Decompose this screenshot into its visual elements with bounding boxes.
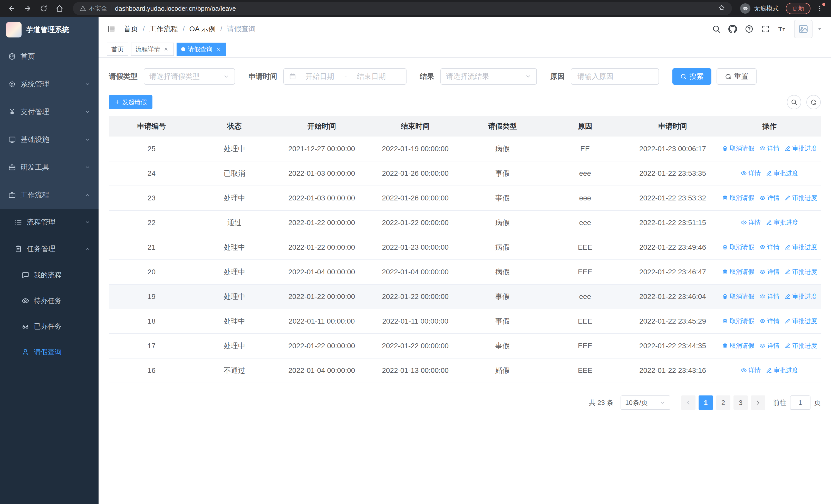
breadcrumb-item[interactable]: 首页: [124, 24, 138, 34]
sidebar-item-workflow[interactable]: 工作流程: [0, 181, 98, 209]
toggle-search-button[interactable]: [787, 95, 801, 109]
chevron-down-icon: [85, 165, 90, 170]
search-button[interactable]: 搜索: [672, 68, 711, 85]
approval-progress-link[interactable]: 审批进度: [784, 144, 817, 152]
cancel-leave-link[interactable]: 取消请假: [722, 292, 754, 300]
detail-link[interactable]: 详情: [760, 243, 779, 251]
sidebar-item-payment-management[interactable]: 支付管理: [0, 98, 98, 126]
table-tools: [787, 95, 821, 109]
sidebar-item-home[interactable]: 首页: [0, 42, 98, 70]
github-button[interactable]: [728, 25, 737, 33]
sidebar-item-dev-tools[interactable]: 研发工具: [0, 153, 98, 181]
edit-icon: [784, 318, 791, 324]
sidebar-filler: [0, 365, 98, 504]
fullscreen-button[interactable]: [761, 25, 770, 33]
detail-link[interactable]: 详情: [760, 144, 779, 152]
cancel-leave-link[interactable]: 取消请假: [722, 342, 754, 350]
page-button-2[interactable]: 2: [716, 395, 730, 410]
cell-type: 事假: [462, 284, 543, 309]
sidebar-item-my-processes[interactable]: 我的流程: [0, 262, 98, 288]
approval-progress-link[interactable]: 审批进度: [784, 317, 817, 325]
cancel-leave-link[interactable]: 取消请假: [722, 268, 754, 276]
breadcrumb: 首页/工作流程/OA 示例/请假查询: [124, 24, 256, 34]
sidebar-item-done-tasks[interactable]: 已办任务: [0, 314, 98, 339]
approval-progress-link[interactable]: 审批进度: [784, 268, 817, 276]
sidebar-item-todo-tasks[interactable]: 待办任务: [0, 288, 98, 314]
detail-link[interactable]: 详情: [741, 169, 761, 177]
action-label: 审批进度: [774, 366, 798, 375]
sidebar-item-system-management[interactable]: 系统管理: [0, 70, 98, 98]
browser-update-button[interactable]: 更新: [786, 3, 810, 14]
approval-progress-link[interactable]: 审批进度: [784, 194, 817, 202]
browser-forward-button[interactable]: [21, 2, 34, 15]
page-size-select[interactable]: 10条/页: [621, 395, 670, 410]
create-leave-button[interactable]: 发起请假: [109, 95, 152, 109]
leave-type-label: 请假类型: [109, 71, 138, 81]
trash-icon: [722, 145, 728, 151]
cancel-leave-link[interactable]: 取消请假: [722, 194, 754, 202]
browser-home-button[interactable]: [53, 2, 66, 15]
browser-menu-button[interactable]: [813, 2, 826, 14]
browser-back-button[interactable]: [5, 2, 19, 15]
sidebar-item-task-management[interactable]: 任务管理: [0, 236, 98, 262]
trash-icon: [722, 195, 728, 201]
logo[interactable]: 芋道管理系统: [0, 17, 98, 42]
breadcrumb-separator: /: [183, 25, 185, 33]
action-label: 审批进度: [792, 317, 817, 325]
approval-progress-link[interactable]: 审批进度: [784, 243, 817, 251]
approval-progress-link[interactable]: 审批进度: [766, 218, 798, 227]
approval-progress-link[interactable]: 审批进度: [784, 342, 817, 350]
view-tab[interactable]: 请假查询: [177, 42, 226, 56]
cancel-leave-link[interactable]: 取消请假: [722, 317, 754, 325]
approval-progress-link[interactable]: 审批进度: [784, 292, 817, 300]
detail-link[interactable]: 详情: [741, 366, 761, 375]
detail-link[interactable]: 详情: [760, 194, 779, 202]
collapse-sidebar-button[interactable]: [107, 25, 115, 33]
security-indicator[interactable]: 不安全: [80, 4, 107, 12]
refresh-table-button[interactable]: [806, 95, 821, 109]
reset-button[interactable]: 重置: [717, 68, 756, 85]
breadcrumb-item[interactable]: 工作流程: [149, 24, 178, 34]
avatar[interactable]: [794, 20, 812, 38]
font-size-button[interactable]: TT: [778, 25, 786, 33]
apply-time-range-picker[interactable]: -: [283, 68, 406, 85]
detail-link[interactable]: 详情: [760, 268, 779, 276]
view-tab[interactable]: 流程详情: [131, 42, 174, 56]
sidebar-item-leave-query[interactable]: 请假查询: [0, 339, 98, 365]
cell-applied: 2022-01-22 23:49:46: [627, 235, 718, 260]
breadcrumb-item[interactable]: OA 示例: [190, 24, 216, 34]
page-content: 请假类型 请选择请假类型 申请时间 - 结果 请选择流结果: [98, 58, 831, 504]
page-button-1[interactable]: 1: [698, 395, 713, 410]
help-button[interactable]: [745, 25, 753, 33]
start-date-input[interactable]: [298, 72, 341, 81]
prev-page-button[interactable]: [681, 395, 695, 410]
close-icon[interactable]: [215, 46, 222, 53]
detail-link[interactable]: 详情: [760, 317, 779, 325]
end-date-input[interactable]: [350, 72, 393, 81]
cancel-leave-link[interactable]: 取消请假: [722, 144, 754, 152]
cancel-leave-link[interactable]: 取消请假: [722, 243, 754, 251]
page-button-3[interactable]: 3: [734, 395, 748, 410]
approval-progress-link[interactable]: 审批进度: [766, 169, 798, 177]
sidebar-item-process-management[interactable]: 流程管理: [0, 209, 98, 236]
detail-link[interactable]: 详情: [741, 218, 761, 227]
cell-id: 16: [109, 358, 194, 383]
address-bar[interactable]: 不安全 dashboard.yudao.iocoder.cn/bpm/oa/le…: [73, 2, 732, 15]
user-menu-caret[interactable]: [816, 26, 823, 32]
result-select[interactable]: 请选择流结果: [440, 68, 537, 85]
browser-reload-button[interactable]: [37, 2, 50, 15]
detail-link[interactable]: 详情: [760, 342, 779, 350]
approval-progress-link[interactable]: 审批进度: [766, 366, 798, 375]
leave-type-select[interactable]: 请选择请假类型: [144, 68, 235, 85]
sidebar-item-infrastructure[interactable]: 基础设施: [0, 126, 98, 153]
goto-page-input[interactable]: [790, 395, 810, 410]
bookmark-star-button[interactable]: [718, 4, 725, 13]
cell-reason: eee: [543, 161, 627, 186]
reason-input[interactable]: [571, 68, 659, 85]
view-tab[interactable]: 首页: [107, 42, 128, 56]
next-page-button[interactable]: [751, 395, 765, 410]
chevron-left-icon: [685, 399, 692, 406]
close-icon[interactable]: [163, 46, 169, 53]
header-search-button[interactable]: [712, 25, 721, 33]
detail-link[interactable]: 详情: [760, 292, 779, 300]
